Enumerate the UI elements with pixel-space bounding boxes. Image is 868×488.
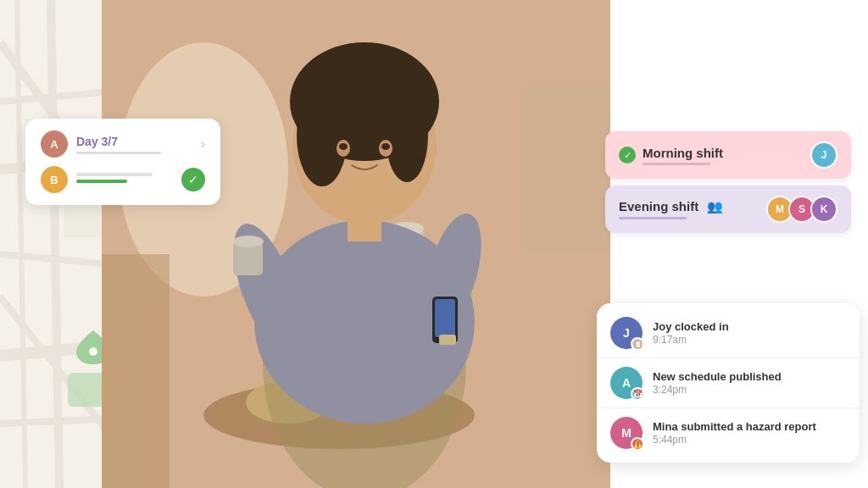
- svg-rect-41: [526, 85, 610, 254]
- notification-item-2[interactable]: A 📅 New schedule published 3:24pm: [597, 358, 860, 408]
- svg-rect-33: [348, 216, 381, 241]
- svg-rect-42: [102, 254, 170, 488]
- morning-shift-card[interactable]: ✓ Morning shift J: [605, 131, 851, 179]
- notif1-badge: 📋: [631, 337, 644, 351]
- notif3-title: Mina submitted a hazard report: [653, 420, 846, 433]
- day-progress-bar: [76, 152, 161, 154]
- hero-photo: [102, 0, 610, 488]
- notif1-avatar-wrap: J 📋: [610, 317, 643, 349]
- day-label: Day 3/7: [76, 135, 161, 148]
- svg-point-39: [233, 236, 264, 247]
- team-icon: 👥: [707, 199, 723, 214]
- notification-item-1[interactable]: J 📋 Joy clocked in 9:17am: [597, 308, 860, 358]
- morning-avatar-1: J: [810, 141, 837, 169]
- notif1-title: Joy clocked in: [653, 320, 846, 333]
- svg-point-31: [339, 143, 348, 150]
- notif3-time: 5:44pm: [653, 434, 846, 446]
- notif1-text: Joy clocked in 9:17am: [653, 320, 846, 346]
- person1-avatar: A: [41, 130, 68, 158]
- task-bars: [76, 173, 181, 186]
- task-bar-green: [76, 180, 127, 183]
- svg-point-32: [381, 143, 390, 150]
- task-bar-gray: [76, 173, 153, 176]
- svg-rect-37: [435, 299, 455, 337]
- shift-cards-container: ✓ Morning shift J Evening shift 👥 M S K: [605, 131, 851, 240]
- notification-cards: J 📋 Joy clocked in 9:17am A 📅 New schedu…: [597, 303, 860, 463]
- notif3-text: Mina submitted a hazard report 5:44pm: [653, 420, 846, 446]
- morning-shift-left: ✓ Morning shift: [619, 146, 723, 165]
- check-icon: ✓: [181, 168, 205, 191]
- evening-shift-bar: [619, 217, 687, 219]
- chevron-right-icon[interactable]: ›: [201, 136, 205, 152]
- morning-shift-bar: [643, 163, 710, 165]
- notif2-time: 3:24pm: [653, 384, 846, 396]
- day-card: A Day 3/7 › B ✓: [25, 119, 220, 205]
- day-card-left: A Day 3/7: [41, 130, 161, 158]
- woman-svg: [102, 0, 610, 488]
- day-card-top: A Day 3/7 ›: [41, 130, 205, 158]
- notif2-avatar-wrap: A 📅: [610, 367, 643, 399]
- notif2-badge: 📅: [631, 387, 644, 401]
- svg-point-27: [297, 85, 348, 186]
- svg-point-16: [89, 347, 97, 356]
- notification-item-3[interactable]: M ⚠️ Mina submitted a hazard report 5:44…: [597, 408, 860, 458]
- morning-check-icon: ✓: [619, 147, 636, 164]
- notif1-time: 9:17am: [653, 334, 846, 346]
- evening-shift-left: Evening shift 👥: [619, 199, 723, 219]
- day-card-bottom: B ✓: [41, 166, 205, 193]
- evening-avatar-3: K: [810, 196, 837, 223]
- morning-shift-name: Morning shift: [643, 146, 723, 160]
- notif2-title: New schedule published: [653, 370, 846, 383]
- svg-rect-40: [439, 335, 456, 345]
- person2-avatar: B: [41, 166, 68, 193]
- notif3-badge: ⚠️: [631, 437, 644, 451]
- svg-point-28: [386, 89, 428, 182]
- evening-shift-card[interactable]: Evening shift 👥 M S K: [605, 186, 851, 233]
- evening-shift-avatars: M S K: [766, 196, 837, 223]
- evening-shift-name: Evening shift 👥: [619, 199, 723, 214]
- notif3-avatar-wrap: M ⚠️: [610, 417, 643, 449]
- morning-shift-avatars: J: [810, 141, 837, 169]
- notif2-text: New schedule published 3:24pm: [653, 370, 846, 396]
